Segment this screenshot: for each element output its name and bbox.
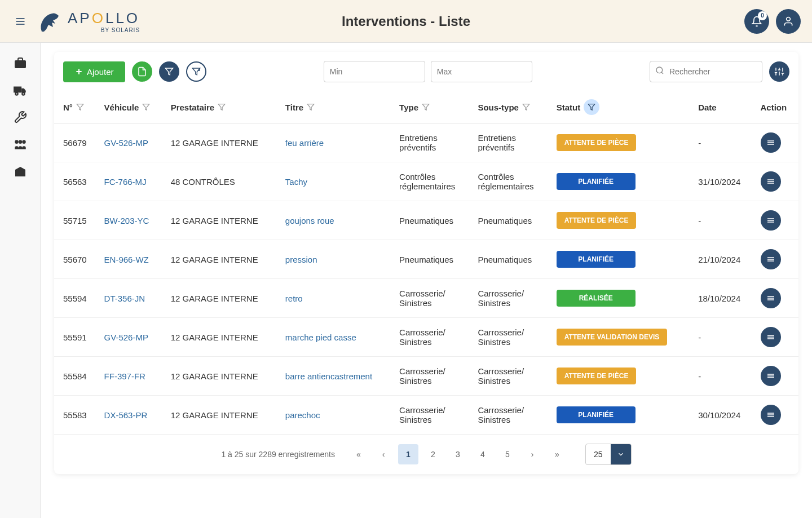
row-action-button[interactable] <box>761 171 781 192</box>
cell-soustype: Carrosserie/​Sinistres <box>472 357 550 396</box>
cell-date: 31/10/2024 <box>692 162 754 201</box>
settings-button[interactable] <box>769 61 789 82</box>
page-size-dropdown-button[interactable] <box>611 444 631 464</box>
table-row: 56679 GV-526-MP 12 GARAGE INTERNE feu ar… <box>54 123 798 162</box>
cell-type: Carrosserie/​Sinistres <box>394 318 472 357</box>
page-number-3[interactable]: 3 <box>448 444 468 464</box>
page-number-1[interactable]: 1 <box>398 444 418 464</box>
vehicule-link[interactable]: GV-526-MP <box>104 138 148 148</box>
row-action-button[interactable] <box>761 327 781 347</box>
titre-link[interactable]: Tachy <box>285 177 307 187</box>
menu-icon <box>766 254 776 264</box>
vehicule-link[interactable]: GV-526-MP <box>104 333 148 342</box>
titre-link[interactable]: goujons roue <box>285 216 334 225</box>
page-first-button[interactable]: « <box>348 444 369 464</box>
svg-point-7 <box>22 92 24 95</box>
cell-type: Pneumatiques <box>394 240 472 279</box>
status-badge: ATTENTE DE PIÈCE <box>557 212 637 229</box>
sidebar-item-tools[interactable] <box>0 104 40 131</box>
svg-line-18 <box>661 72 663 74</box>
col-soustype: Sous-type <box>478 103 519 112</box>
logo-griffin-icon <box>36 9 63 34</box>
row-action-button[interactable] <box>761 366 781 386</box>
notifications-button[interactable]: 0 <box>744 9 769 34</box>
titre-link[interactable]: pression <box>285 255 317 264</box>
row-action-button[interactable] <box>761 132 781 153</box>
row-action-button[interactable] <box>761 405 781 425</box>
logo-sub: BY SOLARIS <box>68 27 140 33</box>
menu-icon <box>766 176 776 187</box>
svg-marker-32 <box>422 104 429 110</box>
titre-link[interactable]: feu arrière <box>285 138 324 148</box>
filter-titre-icon[interactable] <box>307 103 315 111</box>
menu-icon <box>766 215 776 225</box>
page-prev-button[interactable]: ‹ <box>373 444 394 464</box>
cell-type: Pneumatiques <box>394 201 472 240</box>
row-action-button[interactable] <box>761 288 781 308</box>
add-button[interactable]: Ajouter <box>63 61 125 82</box>
sidebar-item-briefcase[interactable] <box>0 50 40 77</box>
filter-num-icon[interactable] <box>76 103 84 111</box>
sidebar-item-warehouse[interactable] <box>0 158 40 185</box>
filter-soustype-icon[interactable] <box>522 103 530 111</box>
filter-prestataire-icon[interactable] <box>218 103 226 111</box>
filter-statut-icon[interactable] <box>584 99 599 115</box>
filter-vehicule-icon[interactable] <box>142 103 150 111</box>
filter-button[interactable] <box>159 61 179 82</box>
page-number-5[interactable]: 5 <box>497 444 518 464</box>
status-badge: PLANIFIÉE <box>557 251 636 268</box>
max-input[interactable] <box>431 61 532 82</box>
page-size-select[interactable]: 25 <box>585 444 632 465</box>
sidebar-item-truck[interactable] <box>0 77 40 104</box>
filter-type-icon[interactable] <box>422 103 430 111</box>
notification-badge: 0 <box>758 11 767 20</box>
svg-marker-29 <box>143 104 149 110</box>
page-number-4[interactable]: 4 <box>473 444 493 464</box>
user-icon <box>783 16 794 27</box>
vehicule-link[interactable]: FF-397-FR <box>104 371 145 381</box>
user-button[interactable] <box>776 9 801 34</box>
min-input[interactable] <box>324 61 425 82</box>
cell-prestataire: 12 GARAGE INTERNE <box>165 357 280 396</box>
titre-link[interactable]: barre antiencastrement <box>285 371 372 381</box>
pagination: 1 à 25 sur 2289 enregistrements « ‹ 1234… <box>54 435 798 474</box>
row-action-button[interactable] <box>761 210 781 231</box>
plus-icon <box>74 67 83 76</box>
sidebar-item-people[interactable] <box>0 131 40 158</box>
table-row: 55594 DT-356-JN 12 GARAGE INTERNE retro … <box>54 279 798 318</box>
status-badge: ATTENTE DE PIÈCE <box>557 134 637 151</box>
cell-num: 55583 <box>54 396 99 435</box>
page-last-button[interactable]: » <box>547 444 567 464</box>
titre-link[interactable]: marche pied casse <box>285 333 356 342</box>
menu-button[interactable] <box>11 12 29 30</box>
cell-prestataire: 12 GARAGE INTERNE <box>165 240 280 279</box>
header: APOLLO BY SOLARIS Interventions - Liste … <box>0 0 812 43</box>
vehicule-link[interactable]: DT-356-JN <box>104 294 145 303</box>
titre-link[interactable]: parechoc <box>285 410 320 420</box>
col-statut: Statut <box>557 103 581 112</box>
cell-num: 55594 <box>54 279 99 318</box>
vehicule-link[interactable]: EN-966-WZ <box>104 255 149 264</box>
svg-rect-5 <box>14 87 21 93</box>
vehicule-link[interactable]: FC-766-MJ <box>104 177 147 187</box>
logo-text: APOLLO <box>68 10 140 27</box>
add-button-label: Ajouter <box>87 67 114 77</box>
page-number-2[interactable]: 2 <box>423 444 443 464</box>
row-action-button[interactable] <box>761 249 781 269</box>
vehicule-link[interactable]: BW-203-YC <box>104 216 149 225</box>
vehicule-link[interactable]: DX-563-PR <box>104 410 148 420</box>
table-row: 55591 GV-526-MP 12 GARAGE INTERNE marche… <box>54 318 798 357</box>
cell-soustype: Contrôles réglementaires <box>472 162 550 201</box>
status-badge: PLANIFIÉE <box>557 406 636 423</box>
page-next-button[interactable]: › <box>522 444 542 464</box>
titre-link[interactable]: retro <box>285 294 303 303</box>
logo[interactable]: APOLLO BY SOLARIS <box>36 9 140 34</box>
clear-filter-button[interactable] <box>186 61 206 82</box>
search-input[interactable] <box>650 61 762 82</box>
svg-marker-33 <box>523 104 529 110</box>
cell-type: Entretiens préventifs <box>394 123 472 162</box>
export-button[interactable] <box>132 61 152 82</box>
cell-type: Contrôles réglementaires <box>394 162 472 201</box>
cell-num: 55670 <box>54 240 99 279</box>
toolbar: Ajouter <box>54 52 798 91</box>
